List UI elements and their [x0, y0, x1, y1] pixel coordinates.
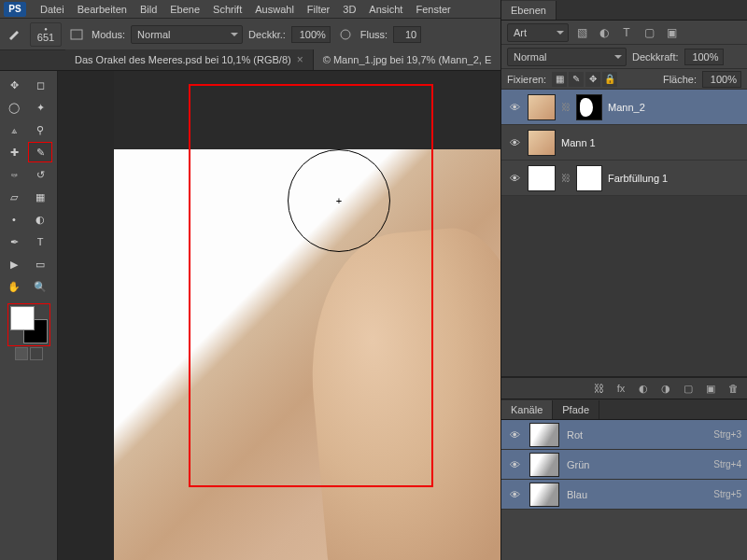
menu-schrift[interactable]: Schrift: [206, 4, 248, 15]
shape-tool[interactable]: ▭: [28, 254, 52, 274]
layer-mann2[interactable]: 👁 ⛓ Mann_2: [501, 90, 747, 125]
visibility-icon[interactable]: 👁: [507, 137, 522, 148]
layer-blend-dropdown[interactable]: Normal: [507, 48, 627, 66]
layer-mask[interactable]: [576, 165, 602, 191]
layer-blend-row: Normal Deckkraft: 100%: [501, 45, 747, 69]
visibility-icon[interactable]: 👁: [507, 173, 522, 184]
layer-lock-row: Fixieren: ▦ ✎ ✥ 🔒 Fläche: 100%: [501, 69, 747, 90]
menu-ansicht[interactable]: Ansicht: [362, 4, 409, 15]
menu-filter[interactable]: Filter: [301, 4, 336, 15]
hand-tool[interactable]: ✋: [2, 276, 26, 297]
tab-mann1[interactable]: © Mann_1.jpg bei 19,7% (Mann_2, E: [314, 49, 502, 70]
fx-icon[interactable]: fx: [613, 381, 629, 396]
opacity-label: Deckkr.:: [248, 29, 286, 40]
brush-panel-toggle-icon[interactable]: [67, 25, 86, 44]
opacity-input[interactable]: 100%: [291, 26, 331, 43]
layers-empty-area: [501, 196, 747, 377]
foreground-color[interactable]: [10, 306, 35, 330]
menu-bearbeiten[interactable]: Bearbeiten: [71, 4, 134, 15]
filter-type-icon[interactable]: T: [617, 24, 636, 41]
canvas[interactable]: [58, 71, 500, 560]
menu-fenster[interactable]: Fenster: [409, 4, 457, 15]
layer-thumb[interactable]: [528, 94, 556, 120]
channel-rot[interactable]: 👁 Rot Strg+3: [501, 420, 747, 450]
lock-position-icon[interactable]: ✥: [585, 72, 600, 87]
link-icon[interactable]: ⛓: [561, 173, 571, 183]
zoom-tool[interactable]: 🔍: [28, 276, 52, 297]
brush-cursor: [288, 149, 390, 252]
fill-input[interactable]: 100%: [702, 71, 741, 88]
filter-smart-icon[interactable]: ▣: [662, 24, 681, 41]
filter-adjust-icon[interactable]: ◐: [595, 24, 613, 41]
menu-datei[interactable]: Datei: [34, 4, 71, 15]
channels-panel-tabs: Kanäle Pfade: [501, 399, 747, 420]
type-tool[interactable]: T: [28, 231, 52, 252]
layer-opacity-input[interactable]: 100%: [684, 49, 724, 65]
gradient-tool[interactable]: ▦: [28, 187, 52, 207]
channel-thumb: [529, 423, 559, 447]
layer-farbfuellung[interactable]: 👁 ⛓ Farbfüllung 1: [501, 161, 747, 196]
channel-gruen[interactable]: 👁 Grün Strg+4: [501, 450, 747, 480]
eraser-tool[interactable]: ▱: [2, 187, 26, 207]
tab-orakel[interactable]: Das Orakel des Meeres.psd bei 10,1% (RGB…: [65, 49, 314, 70]
link-icon[interactable]: ⛓: [561, 102, 571, 112]
link-layers-icon[interactable]: ⛓: [590, 381, 607, 396]
trash-icon[interactable]: 🗑: [725, 381, 741, 396]
tab-pfade[interactable]: Pfade: [553, 400, 599, 419]
add-mask-icon[interactable]: ◐: [635, 381, 652, 396]
menu-bild[interactable]: Bild: [134, 4, 163, 15]
stamp-tool[interactable]: ⎃: [2, 164, 26, 185]
tab-kanaele[interactable]: Kanäle: [501, 400, 553, 419]
new-layer-icon[interactable]: ▣: [702, 381, 719, 396]
eyedropper-tool[interactable]: ⚲: [28, 119, 52, 140]
lock-pixels-icon[interactable]: ✎: [569, 72, 584, 87]
visibility-icon[interactable]: 👁: [507, 429, 522, 441]
menu-3d[interactable]: 3D: [336, 4, 362, 15]
brush-tool[interactable]: ✎: [28, 142, 52, 162]
lock-all-icon[interactable]: 🔒: [602, 72, 617, 87]
layer-thumb[interactable]: [528, 130, 556, 156]
close-icon[interactable]: ×: [297, 53, 303, 66]
svg-rect-0: [71, 30, 82, 39]
move-tool[interactable]: ✥: [2, 75, 26, 95]
channels-list: 👁 Rot Strg+3 👁 Grün Strg+4 👁 Blau Strg+5: [501, 420, 747, 560]
layer-name[interactable]: Farbfüllung 1: [608, 173, 668, 184]
marquee-tool[interactable]: ◻: [28, 75, 52, 95]
layer-name[interactable]: Mann 1: [561, 137, 596, 148]
mode-label: Modus:: [92, 29, 125, 40]
channel-blau[interactable]: 👁 Blau Strg+5: [501, 480, 747, 510]
adjustment-icon[interactable]: ◑: [657, 381, 674, 396]
layer-name[interactable]: Mann_2: [608, 102, 645, 113]
pressure-opacity-icon[interactable]: [336, 25, 355, 44]
wand-tool[interactable]: ✦: [28, 97, 52, 118]
color-swatches[interactable]: [10, 306, 48, 343]
visibility-icon[interactable]: 👁: [507, 459, 522, 470]
blend-mode-dropdown[interactable]: Normal: [131, 25, 243, 44]
tool-preset-icon[interactable]: [6, 25, 24, 44]
quickmask-toggle[interactable]: [2, 347, 55, 360]
crop-tool[interactable]: ⟁: [2, 119, 26, 140]
visibility-icon[interactable]: 👁: [507, 102, 522, 113]
lasso-tool[interactable]: ◯: [2, 97, 26, 118]
filter-shape-icon[interactable]: ▢: [640, 24, 658, 41]
pen-tool[interactable]: ✒: [2, 231, 26, 252]
group-icon[interactable]: ▢: [680, 381, 697, 396]
healing-tool[interactable]: ✚: [2, 142, 26, 162]
layer-mann1[interactable]: 👁 Mann 1: [501, 125, 747, 161]
layer-filter-dropdown[interactable]: Art: [507, 23, 569, 42]
tab-ebenen[interactable]: Ebenen: [501, 1, 557, 20]
blur-tool[interactable]: •: [2, 209, 26, 230]
menu-auswahl[interactable]: Auswahl: [248, 4, 301, 15]
path-select-tool[interactable]: ▶: [2, 254, 26, 274]
history-brush-tool[interactable]: ↺: [28, 164, 52, 185]
flow-input[interactable]: 10: [393, 26, 421, 43]
dodge-tool[interactable]: ◐: [28, 209, 52, 230]
visibility-icon[interactable]: 👁: [507, 489, 522, 500]
layer-mask[interactable]: [576, 94, 602, 120]
toolbox: ✥◻ ◯✦ ⟁⚲ ✚✎ ⎃↺ ▱▦ •◐ ✒T ▶▭ ✋🔍: [0, 71, 58, 560]
layer-thumb[interactable]: [528, 165, 556, 191]
brush-preset-picker[interactable]: 651: [30, 22, 62, 47]
menu-ebene[interactable]: Ebene: [163, 4, 206, 15]
filter-pixel-icon[interactable]: ▧: [572, 24, 591, 41]
lock-transparent-icon[interactable]: ▦: [552, 72, 567, 87]
